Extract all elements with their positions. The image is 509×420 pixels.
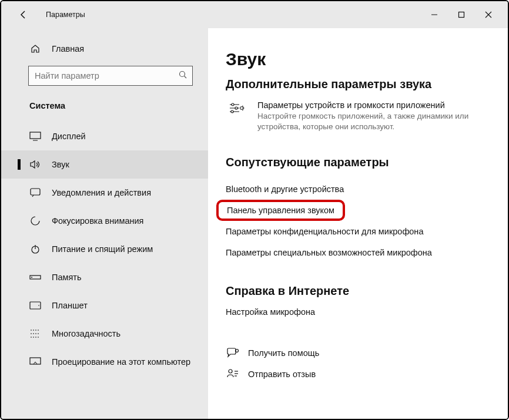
option-desc: Настройте громкость приложений, а также … xyxy=(257,111,501,132)
svg-point-12 xyxy=(38,305,39,306)
link-bluetooth[interactable]: Bluetooth и другие устройства xyxy=(226,179,501,200)
link-mic-accessibility[interactable]: Параметры специальных возможностей микро… xyxy=(226,242,501,263)
link-sound-control-panel[interactable]: Панель управления звуком xyxy=(216,200,345,221)
home-icon xyxy=(29,43,41,54)
sidebar-nav: Дисплей Звук Уведомления и действия xyxy=(1,122,208,376)
sidebar-category: Система xyxy=(29,101,208,110)
sound-icon xyxy=(29,160,41,169)
window-title: Параметры xyxy=(46,11,85,19)
feedback-icon xyxy=(226,368,240,380)
window-body: Главная Система Дисплей xyxy=(1,28,508,419)
svg-point-2 xyxy=(180,72,185,77)
svg-point-10 xyxy=(31,277,32,278)
close-button[interactable] xyxy=(475,1,502,28)
back-button[interactable] xyxy=(12,9,35,20)
link-mic-privacy[interactable]: Параметры конфиденциальности для микрофо… xyxy=(226,221,501,242)
titlebar: Параметры xyxy=(1,1,508,28)
minimize-button[interactable] xyxy=(421,1,448,28)
related-links: Bluetooth и другие устройства Панель упр… xyxy=(226,179,501,263)
feedback-label: Отправить отзыв xyxy=(248,369,316,379)
sidebar-item-focus[interactable]: Фокусировка внимания xyxy=(1,207,208,235)
sidebar-item-multitasking[interactable]: Многозадачность xyxy=(1,320,208,348)
svg-rect-16 xyxy=(30,358,41,364)
svg-rect-6 xyxy=(31,189,40,195)
display-icon xyxy=(29,132,41,141)
page-title: Звук xyxy=(226,49,501,69)
sidebar-home[interactable]: Главная xyxy=(1,40,208,58)
sidebar-item-label: Дисплей xyxy=(52,132,86,141)
multitasking-icon xyxy=(29,329,41,338)
sidebar-item-label: Многозадачность xyxy=(52,329,120,338)
window-controls xyxy=(421,1,502,28)
search-input[interactable] xyxy=(35,71,178,80)
search-box[interactable] xyxy=(28,66,193,86)
maximize-button[interactable] xyxy=(448,1,475,28)
svg-line-3 xyxy=(185,76,187,79)
svg-point-22 xyxy=(231,110,233,113)
sidebar-item-label: Память xyxy=(52,273,82,282)
sidebar-home-label: Главная xyxy=(52,44,84,53)
section-related-title: Сопутствующие параметры xyxy=(226,156,501,169)
option-title: Параметры устройств и громкости приложен… xyxy=(257,100,501,110)
sidebar-item-projecting[interactable]: Проецирование на этот компьютер xyxy=(1,348,208,376)
sidebar-item-display[interactable]: Дисплей xyxy=(1,122,208,150)
svg-point-20 xyxy=(235,107,237,109)
sidebar-item-power[interactable]: Питание и спящий режим xyxy=(1,235,208,263)
main-content: Звук Дополнительные параметры звука xyxy=(208,28,508,419)
get-help-row[interactable]: Получить помощь xyxy=(226,342,501,364)
settings-window: Параметры Главная xyxy=(0,0,509,420)
sidebar-item-label: Планшет xyxy=(52,301,88,310)
notifications-icon xyxy=(29,188,41,197)
svg-rect-4 xyxy=(30,132,41,139)
search-icon xyxy=(178,70,187,82)
sliders-icon xyxy=(226,100,248,132)
sidebar-item-label: Звук xyxy=(52,160,69,169)
section-advanced-title: Дополнительные параметры звука xyxy=(226,78,501,91)
help-icon xyxy=(226,347,240,359)
sidebar-item-label: Питание и спящий режим xyxy=(52,244,153,254)
option-text: Параметры устройств и громкости приложен… xyxy=(257,100,501,132)
sidebar-item-tablet[interactable]: Планшет xyxy=(1,291,208,320)
svg-point-18 xyxy=(232,103,234,106)
get-help-label: Получить помощь xyxy=(248,348,319,358)
section-help-title: Справка в Интернете xyxy=(226,284,501,298)
sidebar-item-label: Фокусировка внимания xyxy=(52,216,143,226)
projecting-icon xyxy=(29,357,41,367)
tablet-icon xyxy=(29,301,41,310)
feedback-row[interactable]: Отправить отзыв xyxy=(226,364,501,385)
storage-icon xyxy=(29,274,41,281)
svg-point-24 xyxy=(229,369,232,373)
focus-icon xyxy=(29,216,41,226)
search-wrapper xyxy=(28,66,193,86)
sidebar: Главная Система Дисплей xyxy=(1,28,208,419)
sidebar-item-notifications[interactable]: Уведомления и действия xyxy=(1,179,208,207)
power-icon xyxy=(29,244,41,254)
svg-rect-1 xyxy=(459,12,464,18)
sidebar-item-storage[interactable]: Память xyxy=(1,263,208,291)
link-mic-setup[interactable]: Настройка микрофона xyxy=(226,307,501,322)
sidebar-item-label: Проецирование на этот компьютер xyxy=(52,357,190,367)
option-app-volume[interactable]: Параметры устройств и громкости приложен… xyxy=(226,100,501,132)
sidebar-item-label: Уведомления и действия xyxy=(52,188,151,197)
sidebar-item-sound[interactable]: Звук xyxy=(1,150,208,179)
